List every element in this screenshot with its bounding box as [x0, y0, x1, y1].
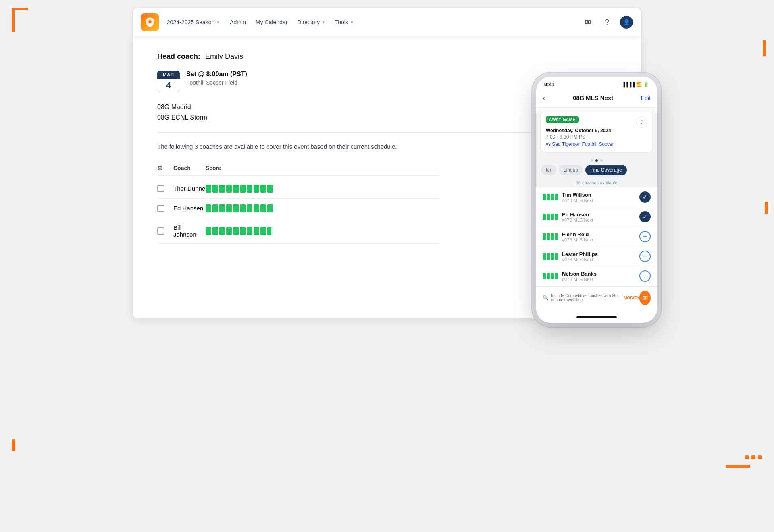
bar: [547, 194, 550, 200]
score-bar: [226, 204, 232, 212]
plus-icon: +: [643, 253, 647, 260]
bar: [555, 233, 558, 240]
score-bar: [212, 185, 218, 193]
chevron-down-icon: ▼: [350, 20, 354, 25]
battery-icon: 🔋: [643, 82, 649, 87]
date-badge: MAR 4: [157, 71, 180, 92]
coach-name: Tim Willson: [562, 192, 635, 198]
coach-info: Tim Willson #07B MLS Next: [562, 192, 635, 203]
coach-team: #07B MLS Next: [562, 257, 635, 262]
coaches-available-count: 16 coaches available: [536, 179, 657, 187]
score-bar: [260, 204, 266, 212]
signal-icon: ▐▐▐▐: [622, 82, 635, 87]
tab-find-coverage[interactable]: Find Coverage: [585, 165, 627, 175]
score-bar: [247, 185, 252, 193]
coach-name: Fienn Reid: [562, 231, 635, 237]
modify-link[interactable]: MODIFY: [624, 296, 639, 300]
score-bar: [240, 204, 246, 212]
search-icon: 🔍: [543, 295, 549, 301]
tab-lineup[interactable]: Lineup: [559, 165, 583, 175]
nav-tools[interactable]: Tools ▼: [335, 19, 354, 25]
game-time: 7:00 - 8:30 PM PST: [546, 134, 647, 140]
check-button[interactable]: ✓: [639, 211, 651, 222]
game-card: AWAY GAME ⤴ Wednesday, October 6, 2024 7…: [541, 112, 652, 152]
score-indicator: [543, 214, 558, 220]
dot: [591, 159, 593, 162]
bar: [543, 214, 546, 220]
edit-button[interactable]: Edit: [641, 95, 651, 101]
bar: [543, 273, 546, 279]
coach-team: #07B MLS Next: [562, 277, 635, 282]
nav-admin[interactable]: Admin: [230, 19, 246, 25]
score-bar: [240, 185, 246, 193]
coach-checkbox[interactable]: [157, 227, 164, 235]
score-bar: [260, 227, 266, 235]
coach-column-header: Coach: [173, 165, 206, 171]
coach-name: Ed Hansen: [562, 212, 635, 218]
phone-header: ‹ 08B MLS Next Edit: [536, 90, 657, 108]
dot-active: [595, 159, 598, 162]
user-avatar[interactable]: 👤: [620, 16, 633, 29]
tab-ter[interactable]: ter: [541, 165, 556, 175]
deco-bar-top-right: [763, 40, 766, 56]
coach-name: Bill Johnson: [173, 224, 206, 238]
list-item: Ed Hansen #07B MLS Next ✓: [536, 207, 657, 227]
back-button[interactable]: ‹: [543, 93, 545, 102]
score-bar: [219, 185, 225, 193]
list-item: Tim Willson #07B MLS Next ✓: [536, 187, 657, 207]
email-icon-button[interactable]: ✉: [581, 16, 594, 29]
phone-tabs: ter Lineup Find Coverage: [536, 163, 657, 179]
coach-info: Ed Hansen #07B MLS Next: [562, 212, 635, 222]
score-bars: [206, 227, 322, 235]
page-dots: [536, 156, 657, 163]
check-button[interactable]: ✓: [639, 191, 651, 203]
bar: [555, 273, 558, 279]
event-location: Foothill Soccer Field: [186, 79, 247, 86]
score-indicator: [543, 253, 558, 260]
head-coach-name: Emily Davis: [205, 52, 243, 61]
home-indicator: [536, 309, 657, 323]
event-time: Sat @ 8:00am (PST): [186, 71, 247, 78]
add-button[interactable]: +: [639, 251, 651, 262]
help-icon-button[interactable]: ?: [601, 16, 614, 29]
score-bar: [254, 185, 259, 193]
add-button[interactable]: +: [639, 231, 651, 242]
footer-description: Include Competitive coaches with 90-minu…: [551, 293, 621, 302]
opponent-link[interactable]: Sad Tigerson Foothill Soccer: [552, 141, 614, 147]
nav-season[interactable]: 2024-2025 Season ▼: [167, 19, 220, 25]
list-item: Lester Phillips #07B MLS Next +: [536, 247, 657, 266]
bar: [551, 253, 554, 260]
coach-info: Nelson Banks #07B MLS Next: [562, 271, 635, 282]
coach-team: #07B MLS Next: [562, 198, 635, 203]
score-bars: [206, 204, 322, 212]
head-coach-label: Head coach:: [157, 52, 200, 61]
score-bar: [226, 185, 232, 193]
phone-mockup: 9:41 ▐▐▐▐ 📶 🔋 ‹ 08B MLS Next Edit AWAY G…: [536, 77, 657, 323]
nav-calendar[interactable]: My Calendar: [256, 19, 287, 25]
deco-dots-bottom-right: [745, 455, 762, 459]
checkmark-icon: ✓: [643, 214, 647, 220]
phone-coach-list: Tim Willson #07B MLS Next ✓: [536, 187, 657, 286]
coach-checkbox[interactable]: [157, 205, 164, 212]
bar: [543, 233, 546, 240]
logo[interactable]: [141, 13, 159, 31]
bar: [551, 214, 554, 220]
score-bar: [206, 204, 211, 212]
chevron-down-icon: ▼: [216, 20, 220, 25]
coach-checkbox[interactable]: [157, 185, 164, 192]
score-bar: [247, 204, 252, 212]
score-bar: [247, 227, 252, 235]
bar: [547, 253, 550, 260]
share-button[interactable]: ⤴: [636, 116, 647, 128]
footer-text: 🔍 Include Competitive coaches with 90-mi…: [543, 293, 639, 302]
date-day: 4: [157, 79, 180, 92]
bar: [547, 233, 550, 240]
score-bar: [226, 227, 232, 235]
score-bar: [206, 185, 211, 193]
add-button[interactable]: +: [639, 270, 651, 282]
nav-directory[interactable]: Directory ▼: [297, 19, 325, 25]
deco-corner-top-left: [12, 8, 28, 32]
mail-button[interactable]: ✉: [639, 291, 651, 305]
bar: [547, 273, 550, 279]
score-indicator: [543, 194, 558, 200]
